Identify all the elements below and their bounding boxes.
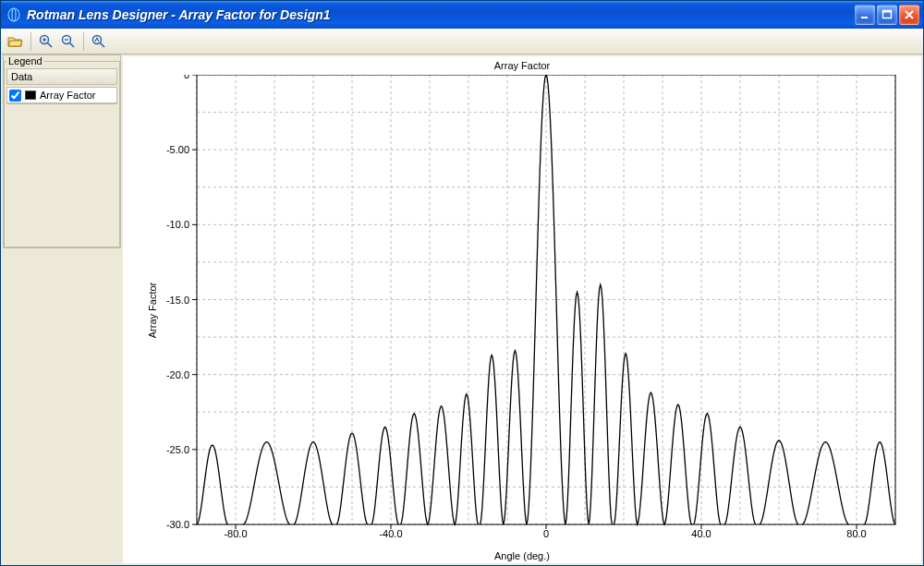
svg-text:-25.0: -25.0 [166,444,189,455]
toolbar-separator [30,32,31,51]
svg-line-10 [69,42,74,47]
zoom-out-button[interactable] [57,31,79,52]
legend-header[interactable]: Data [6,68,117,85]
legend-panel: Legend Data Array Factor [3,54,121,248]
zoom-in-button[interactable] [35,31,57,52]
svg-text:40.0: 40.0 [691,528,711,539]
svg-text:-15.0: -15.0 [166,295,189,306]
legend-item-label: Array Factor [40,90,96,101]
window-titlebar[interactable]: Rotman Lens Designer - Array Factor for … [1,1,923,29]
toolbar-separator [83,32,84,51]
svg-text:80.0: 80.0 [846,528,866,539]
svg-text:-40.0: -40.0 [379,528,402,539]
svg-rect-2 [861,17,868,18]
toolbar [1,29,923,54]
svg-line-13 [100,42,104,47]
app-icon [6,7,21,22]
svg-text:0: 0 [543,528,549,539]
svg-point-1 [12,8,16,21]
svg-rect-4 [883,11,892,13]
minimize-button[interactable] [855,5,875,25]
svg-text:-80.0: -80.0 [224,528,247,539]
legend-body-empty [6,103,117,104]
svg-text:-5.00: -5.00 [166,144,189,155]
legend-item[interactable]: Array Factor [6,87,117,103]
svg-point-0 [8,8,19,21]
maximize-button[interactable] [877,5,897,25]
legend-item-checkbox[interactable] [9,90,21,102]
close-button[interactable] [899,5,919,25]
chart-svg: -80.0-40.0040.080.00-5.00-10.0-15.0-20.0… [154,75,908,539]
plot-area[interactable]: Array Factor Array Factor Angle (deg.) -… [123,56,921,563]
legend-group-label: Legend [6,55,44,66]
zoom-fit-button[interactable] [88,31,110,52]
legend-item-swatch [25,90,36,100]
svg-text:-30.0: -30.0 [166,519,189,530]
svg-text:-10.0: -10.0 [166,219,189,230]
chart-xlabel: Angle (deg.) [123,550,921,561]
chart-title: Array Factor [123,60,921,71]
open-button[interactable] [5,31,27,52]
svg-text:-20.0: -20.0 [166,369,189,380]
window-title: Rotman Lens Designer - Array Factor for … [27,7,855,22]
svg-text:0: 0 [184,75,189,80]
svg-line-6 [47,42,52,47]
